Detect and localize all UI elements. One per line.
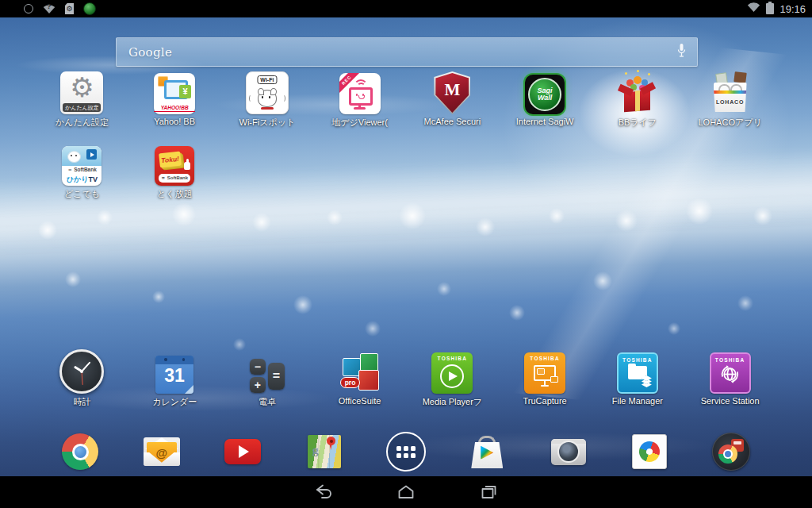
hikari-tv-dokodemo-icon: ＝ SoftBank ひかりTV	[62, 146, 102, 186]
play-store-icon	[469, 434, 504, 469]
dock-app-drawer[interactable]	[365, 431, 446, 472]
calendar-icon: 31	[155, 356, 193, 394]
dock-app-play-store[interactable]	[446, 431, 528, 472]
app-officesuite[interactable]: pro OfficeSuite	[313, 349, 406, 408]
app-label: Media Playerフ	[423, 396, 482, 408]
folder-shape	[628, 366, 647, 379]
app-dokodemo[interactable]: ＝ SoftBank ひかりTV どこでも	[36, 140, 128, 200]
google-search-bar[interactable]: Google	[116, 37, 698, 67]
chrome-icon	[62, 433, 98, 470]
navigation-bar	[0, 476, 812, 508]
app-bb-life[interactable]: BBライフ	[592, 68, 684, 129]
app-label: 電卓	[259, 396, 276, 408]
chideji-viewer-icon: REC	[339, 73, 381, 114]
toshiba-file-manager-icon: TOSHIBA	[617, 352, 658, 394]
google-maps-icon: g	[308, 435, 341, 468]
app-label: Yahoo! BB	[154, 117, 195, 126]
toku-houdai-icon: Toku! ＝ SoftBank	[155, 146, 194, 186]
app-lohaco[interactable]: LOHACO LOHACOアプリ	[684, 68, 776, 129]
dock-folder-chrome[interactable]	[691, 431, 772, 472]
home-icon	[394, 483, 418, 502]
app-label: かんたん設定	[56, 117, 109, 129]
app-label: BBライフ	[619, 117, 657, 129]
sync-circle-icon	[24, 4, 33, 13]
gear-icon: ⚙	[60, 71, 103, 103]
app-wifi-spot[interactable]: Wi-Fi Wi-Fiスポット	[221, 68, 314, 129]
mcafee-shield-icon: M	[434, 71, 470, 114]
app-media-player[interactable]: TOSHIBA Media Playerフ	[406, 349, 499, 408]
recents-icon	[477, 483, 500, 502]
dock-app-gallery[interactable]	[609, 431, 691, 472]
app-label: OfficeSuite	[339, 396, 381, 406]
status-system-icons: 19:16	[747, 0, 806, 17]
toshiba-service-station-icon: TOSHIBA	[710, 352, 751, 394]
dog-mascot	[258, 90, 277, 107]
dock-app-camera[interactable]	[528, 431, 610, 472]
app-label: Internet SagiW	[516, 117, 574, 126]
calculator-icon: − = +	[248, 356, 286, 394]
tablet-home-screen: ? ⚙ 19:16 Google	[0, 0, 812, 508]
back-icon	[312, 483, 335, 502]
app-yahoo-bb[interactable]: ¥ YAHOO!BB Yahoo! BB	[128, 68, 221, 129]
dock-app-chrome[interactable]	[40, 431, 121, 472]
status-clock: 19:16	[779, 3, 806, 15]
mini-chrome-icon	[718, 444, 737, 464]
globe-arrows-shape	[719, 364, 741, 384]
battery-icon	[766, 3, 774, 14]
camera-icon	[551, 439, 586, 465]
app-internet-sagiwall[interactable]: Sagi Wall Internet SagiW	[499, 68, 592, 129]
home-grid-row-2: ＝ SoftBank ひかりTV どこでも Toku! ＝ SoftBank と…	[36, 140, 776, 200]
youtube-icon	[224, 439, 261, 464]
app-service-station[interactable]: TOSHIBA Service Station	[684, 349, 776, 408]
chrome-folder-icon	[712, 433, 750, 471]
home-grid-row-1: ⚙ かんたん設定 かんたん設定 ¥ YAHOO!BB Yahoo! BB Wi-…	[36, 68, 776, 129]
app-trucapture[interactable]: TOSHIBA TruCapture	[499, 349, 592, 408]
home-button[interactable]	[391, 482, 421, 502]
yahoo-bb-icon: ¥ YAHOO!BB	[154, 73, 195, 114]
app-chideji-viewer[interactable]: REC 地デジViewer(	[313, 68, 406, 129]
app-label: TruCapture	[523, 396, 567, 406]
dock-app-email[interactable]: @	[121, 431, 203, 472]
email-icon: @	[144, 437, 180, 466]
green-app-notification-icon	[83, 2, 96, 15]
app-label: カレンダー	[152, 396, 197, 408]
toshiba-trucapture-icon: TOSHIBA	[524, 352, 565, 394]
dock-app-maps[interactable]: g	[284, 431, 366, 472]
play-circle-shape	[440, 364, 464, 388]
app-label: Wi-Fiスポット	[239, 117, 296, 129]
wifi-spot-icon: Wi-Fi	[246, 71, 289, 114]
app-calendar[interactable]: 31 カレンダー	[128, 349, 221, 408]
app-calculator[interactable]: − = + 電卓	[221, 349, 314, 408]
lohaco-bag-icon: LOHACO	[709, 71, 752, 114]
app-label: とく放題	[157, 188, 193, 200]
app-toku-houdai[interactable]: Toku! ＝ SoftBank とく放題	[128, 140, 221, 200]
whiteboard-shape	[534, 365, 556, 381]
microphone-icon[interactable]	[676, 43, 687, 61]
app-clock[interactable]: 時計	[36, 349, 128, 408]
app-file-manager[interactable]: TOSHIBA File Manager	[592, 349, 684, 408]
app-mcafee[interactable]: M McAfee Securi	[406, 68, 499, 129]
play-button-shape	[86, 149, 97, 160]
back-button[interactable]	[308, 482, 339, 502]
status-notification-icons: ? ⚙	[24, 0, 96, 17]
recents-button[interactable]	[473, 482, 504, 502]
map-pin-icon	[327, 437, 335, 445]
toshiba-media-player-icon: TOSHIBA	[431, 352, 473, 394]
kantan-settings-icon: ⚙ かんたん設定	[60, 71, 103, 114]
app-label: LOHACOアプリ	[699, 117, 762, 129]
app-label: どこでも	[64, 188, 100, 200]
app-label: 地デジViewer(	[331, 117, 388, 129]
sdcard-settings-icon: ⚙	[65, 3, 74, 14]
google-logo: Google	[128, 45, 172, 60]
status-bar: ? ⚙ 19:16	[0, 0, 812, 17]
officesuite-icon: pro	[339, 351, 381, 394]
clock-icon	[59, 349, 104, 394]
app-label: 時計	[73, 396, 90, 408]
app-kantan-settings[interactable]: ⚙ かんたん設定 かんたん設定	[36, 68, 128, 129]
app-label: File Manager	[612, 396, 663, 406]
dock-app-youtube[interactable]	[202, 431, 284, 472]
wifi-icon	[747, 2, 760, 16]
pro-badge: pro	[340, 377, 361, 388]
wifi-question-icon: ?	[43, 3, 56, 14]
sagiwall-icon: Sagi Wall	[525, 75, 565, 114]
